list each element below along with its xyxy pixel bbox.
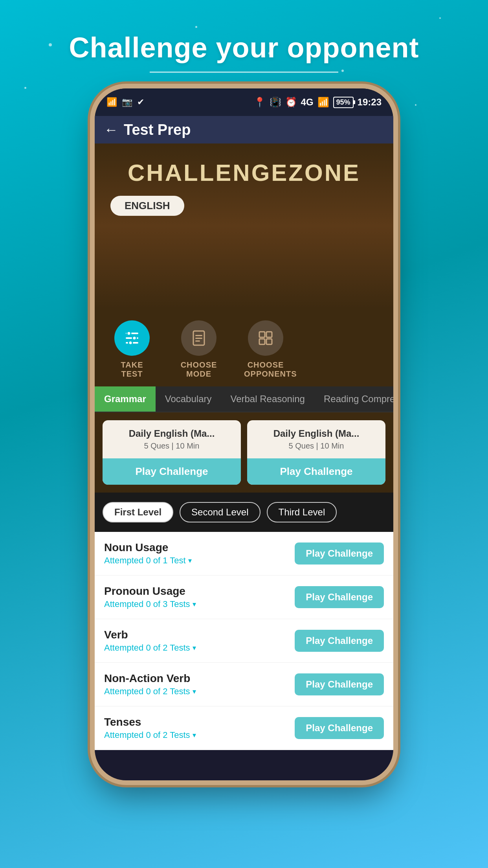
topic-name-tenses: Tenses: [104, 716, 196, 728]
tab-verbal-reasoning[interactable]: Verbal Reasoning: [221, 386, 314, 412]
card-subtitle-1: 5 Ques | 10 Min: [110, 441, 233, 451]
chevron-down-icon: ▾: [193, 600, 196, 609]
topic-name-verb: Verb: [104, 629, 196, 641]
card-body-1: Daily English (Ma... 5 Ques | 10 Min: [103, 420, 241, 458]
topic-info-tenses: Tenses Attempted 0 of 2 Tests ▾: [104, 716, 196, 740]
topic-attempts-pronoun: Attempted 0 of 3 Tests ▾: [104, 599, 196, 609]
table-row: Non-Action Verb Attempted 0 of 2 Tests ▾…: [95, 663, 393, 706]
table-row: Tenses Attempted 0 of 2 Tests ▾ Play Cha…: [95, 706, 393, 750]
tab-grammar[interactable]: Grammar: [95, 386, 156, 412]
grid-icon: [257, 329, 274, 347]
card-title-2: Daily English (Ma...: [255, 428, 378, 439]
alarm-icon: ⏰: [285, 97, 297, 108]
svg-rect-8: [195, 338, 202, 339]
app-content: CHALLENGEZONE ENGLISH TAKE TEST: [95, 143, 393, 750]
card-play-btn-1[interactable]: Play Challenge: [103, 458, 241, 485]
chevron-down-icon: ▾: [193, 687, 196, 696]
vibrate-icon: 📳: [270, 97, 281, 108]
topic-name-pronoun: Pronoun Usage: [104, 585, 196, 598]
challenge-card-2: Daily English (Ma... 5 Ques | 10 Min Pla…: [247, 420, 385, 485]
tab-reading-comprehension[interactable]: Reading Compreh...: [314, 386, 393, 412]
table-row: Verb Attempted 0 of 2 Tests ▾ Play Chall…: [95, 619, 393, 663]
table-row: Noun Usage Attempted 0 of 1 Test ▾ Play …: [95, 532, 393, 576]
sliders-icon: [123, 329, 141, 347]
topic-info-non-action-verb: Non-Action Verb Attempted 0 of 2 Tests ▾: [104, 672, 196, 697]
topic-attempts-non-action-verb: Attempted 0 of 2 Tests ▾: [104, 686, 196, 697]
topic-attempts-noun: Attempted 0 of 1 Test ▾: [104, 555, 192, 566]
svg-rect-9: [195, 340, 200, 342]
status-right-info: 📍 📳 ⏰ 4G 📶 95% 19:23: [254, 97, 382, 108]
mode-icon-choose-opponents[interactable]: CHOOSE OPPONENTS: [244, 320, 287, 379]
tab-vocabulary[interactable]: Vocabulary: [156, 386, 221, 412]
svg-point-3: [127, 331, 131, 335]
location-icon: 📍: [254, 97, 266, 108]
hero-section: CHALLENGEZONE ENGLISH: [95, 143, 393, 309]
svg-point-4: [132, 336, 136, 340]
topic-list: Noun Usage Attempted 0 of 1 Test ▾ Play …: [95, 532, 393, 750]
take-test-label: TAKE TEST: [110, 360, 154, 379]
topic-name-noun: Noun Usage: [104, 541, 192, 554]
challenge-cards-row: Daily English (Ma... 5 Ques | 10 Min Pla…: [95, 412, 393, 493]
topic-info-pronoun: Pronoun Usage Attempted 0 of 3 Tests ▾: [104, 585, 196, 609]
svg-rect-11: [266, 332, 272, 337]
chevron-down-icon: ▾: [193, 644, 196, 652]
choose-opponents-label: CHOOSE OPPONENTS: [244, 360, 287, 379]
play-challenge-pronoun[interactable]: Play Challenge: [295, 586, 384, 608]
card-play-btn-2[interactable]: Play Challenge: [247, 458, 385, 485]
play-challenge-non-action-verb[interactable]: Play Challenge: [295, 673, 384, 695]
time-label: 19:23: [358, 97, 382, 108]
header-section: Challenge your opponent: [69, 0, 419, 88]
language-pill[interactable]: ENGLISH: [110, 196, 184, 216]
wifi-icon: 📶: [106, 97, 117, 107]
svg-rect-7: [195, 335, 202, 336]
play-challenge-noun[interactable]: Play Challenge: [295, 542, 384, 565]
nav-bar: ← Test Prep: [95, 116, 393, 143]
topic-attempts-tenses: Attempted 0 of 2 Tests ▾: [104, 730, 196, 740]
header-title: Challenge your opponent: [69, 31, 419, 64]
level-third[interactable]: Third Level: [267, 502, 337, 522]
play-challenge-verb[interactable]: Play Challenge: [295, 630, 384, 652]
mode-icon-choose-mode[interactable]: CHOOSE MODE: [177, 320, 220, 379]
card-title-1: Daily English (Ma...: [110, 428, 233, 439]
header-divider: [150, 72, 338, 73]
svg-rect-13: [266, 339, 272, 344]
mode-icon-take-test[interactable]: TAKE TEST: [110, 320, 154, 379]
network-label: 4G: [301, 97, 314, 108]
phone-frame: 📶 📷 ✔ 📍 📳 ⏰ 4G 📶 95% 19:23 ← Test Prep C…: [95, 88, 393, 780]
level-second[interactable]: Second Level: [180, 502, 260, 522]
take-test-circle: [114, 320, 150, 356]
status-bar: 📶 📷 ✔ 📍 📳 ⏰ 4G 📶 95% 19:23: [95, 88, 393, 116]
choose-opponents-circle: [248, 320, 283, 356]
battery-icon: 95%: [333, 97, 354, 108]
topic-info-noun: Noun Usage Attempted 0 of 1 Test ▾: [104, 541, 192, 566]
challenge-card-1: Daily English (Ma... 5 Ques | 10 Min Pla…: [103, 420, 241, 485]
status-left-icons: 📶 📷 ✔: [106, 97, 144, 107]
chevron-down-icon: ▾: [193, 731, 196, 739]
table-row: Pronoun Usage Attempted 0 of 3 Tests ▾ P…: [95, 576, 393, 619]
topic-name-non-action-verb: Non-Action Verb: [104, 672, 196, 685]
tab-bar: Grammar Vocabulary Verbal Reasoning Read…: [95, 386, 393, 412]
signal-icon: 📶: [317, 97, 329, 108]
choose-mode-circle: [181, 320, 216, 356]
mode-icons-row: TAKE TEST CHOOSE MODE: [95, 309, 393, 386]
topic-attempts-verb: Attempted 0 of 2 Tests ▾: [104, 643, 196, 653]
svg-point-5: [128, 341, 132, 345]
level-selector: First Level Second Level Third Level: [95, 493, 393, 532]
topic-info-verb: Verb Attempted 0 of 2 Tests ▾: [104, 629, 196, 653]
choose-mode-label: CHOOSE MODE: [177, 360, 220, 379]
play-challenge-tenses[interactable]: Play Challenge: [295, 717, 384, 739]
nav-title: Test Prep: [124, 121, 191, 138]
level-first[interactable]: First Level: [103, 502, 173, 522]
check-icon: ✔: [137, 97, 144, 107]
svg-rect-12: [259, 339, 265, 344]
document-icon: [190, 329, 207, 347]
challenge-zone-title: CHALLENGEZONE: [128, 159, 360, 186]
card-subtitle-2: 5 Ques | 10 Min: [255, 441, 378, 451]
notification-icon: 📷: [122, 97, 132, 107]
svg-rect-10: [259, 332, 265, 337]
card-body-2: Daily English (Ma... 5 Ques | 10 Min: [247, 420, 385, 458]
back-button[interactable]: ←: [104, 121, 118, 138]
chevron-down-icon: ▾: [188, 556, 192, 565]
